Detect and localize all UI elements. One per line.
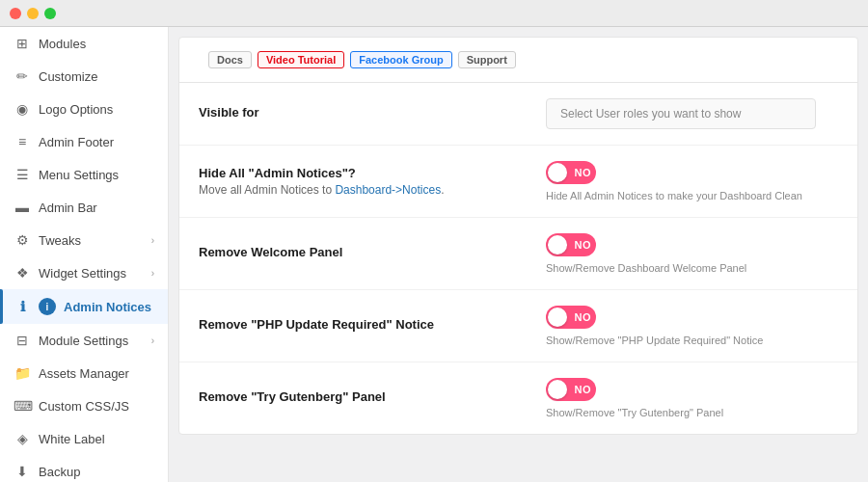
sidebar-item-modules[interactable]: ⊞Modules (0, 27, 168, 60)
admin-notices-icon: ℹ (14, 299, 31, 314)
settings-header: DocsVideo TutorialFacebook GroupSupport (179, 38, 857, 83)
row-remove-welcome-panel: Remove Welcome PanelNOShow/Remove Dashbo… (179, 218, 857, 290)
sidebar-item-custom-css-js[interactable]: ⌨Custom CSS/JS (0, 389, 168, 422)
row-desc-link-hide-admin-notices[interactable]: Dashboard->Notices (335, 183, 441, 197)
row-label-remove-php-update: Remove "PHP Update Required" Notice (199, 317, 527, 335)
backup-icon: ⬇ (14, 464, 31, 479)
widget-settings-label: Widget Settings (39, 266, 126, 281)
row-label-remove-welcome-panel: Remove Welcome Panel (199, 245, 527, 262)
row-label-hide-admin-notices: Hide All "Admin Notices"?Move all Admin … (199, 166, 527, 197)
toggle-remove-php-update[interactable]: NO (546, 306, 596, 329)
module-settings-icon: ⊟ (14, 333, 31, 348)
sidebar-item-admin-bar[interactable]: ▬Admin Bar (0, 191, 168, 224)
control-desc-remove-try-gutenberg: Show/Remove "Try Gutenberg" Panel (546, 407, 723, 418)
toggle-label-remove-php-update: NO (575, 311, 592, 323)
toggle-track-remove-welcome-panel: NO (546, 233, 596, 256)
toggle-label-hide-admin-notices: NO (575, 167, 592, 178)
admin-bar-icon: ▬ (14, 200, 31, 215)
toggle-thumb-remove-welcome-panel (548, 235, 567, 254)
row-label-visible-for: Visible for (199, 105, 527, 122)
toggle-wrap-remove-php-update: NO (546, 306, 596, 329)
tweaks-arrow: › (151, 235, 154, 246)
toggle-wrap-hide-admin-notices: NO (546, 161, 596, 184)
control-desc-remove-php-update: Show/Remove "PHP Update Required" Notice (546, 335, 763, 346)
widget-settings-icon: ❖ (14, 265, 31, 281)
sidebar-item-tweaks[interactable]: ⚙Tweaks› (0, 224, 168, 256)
modules-icon: ⊞ (14, 36, 31, 51)
admin-footer-icon: ≡ (14, 134, 31, 149)
select-visible-for[interactable]: Select User roles you want to show (546, 98, 816, 129)
minimize-button[interactable] (27, 8, 39, 19)
module-settings-label: Module Settings (39, 334, 128, 348)
sidebar: ⊞Modules✏Customize◉Logo Options≡Admin Fo… (0, 27, 169, 482)
assets-manager-label: Assets Manager (39, 366, 129, 381)
row-control-visible-for: Select User roles you want to show (546, 98, 838, 129)
white-label-icon: ◈ (14, 431, 31, 446)
control-desc-remove-welcome-panel: Show/Remove Dashboard Welcome Panel (546, 262, 746, 274)
row-control-remove-welcome-panel: NOShow/Remove Dashboard Welcome Panel (546, 233, 838, 274)
badge-facebook[interactable]: Facebook Group (350, 51, 451, 68)
modules-label: Modules (39, 37, 86, 51)
assets-manager-icon: 📁 (14, 365, 31, 381)
toggle-thumb-remove-php-update (548, 308, 567, 327)
sidebar-item-admin-notices[interactable]: ℹiAdmin Notices (0, 289, 168, 324)
row-control-hide-admin-notices: NOHide All Admin Notices to make your Da… (546, 161, 838, 201)
row-title-remove-welcome-panel: Remove Welcome Panel (199, 245, 527, 259)
settings-rows: Visible forSelect User roles you want to… (179, 83, 857, 434)
toggle-hide-admin-notices[interactable]: NO (546, 161, 596, 184)
toggle-label-remove-welcome-panel: NO (575, 239, 592, 251)
row-visible-for: Visible forSelect User roles you want to… (179, 83, 857, 146)
admin-notices-label: Admin Notices (64, 300, 151, 314)
sidebar-item-customize[interactable]: ✏Customize (0, 60, 168, 93)
customize-icon: ✏ (14, 68, 31, 84)
main-content: DocsVideo TutorialFacebook GroupSupport … (169, 27, 868, 482)
admin-footer-label: Admin Footer (39, 135, 114, 149)
close-button[interactable] (10, 8, 21, 19)
widget-settings-arrow: › (151, 268, 154, 279)
sidebar-item-backup[interactable]: ⬇Backup (0, 455, 168, 482)
sidebar-item-logo-options[interactable]: ◉Logo Options (0, 93, 168, 125)
row-title-hide-admin-notices: Hide All "Admin Notices"? (199, 166, 527, 180)
sidebar-item-white-label[interactable]: ◈White Label (0, 422, 168, 455)
titlebar (0, 0, 868, 27)
toggle-track-hide-admin-notices: NO (546, 161, 596, 184)
row-title-remove-php-update: Remove "PHP Update Required" Notice (199, 317, 527, 332)
row-control-remove-php-update: NOShow/Remove "PHP Update Required" Noti… (546, 306, 838, 346)
toggle-label-remove-try-gutenberg: NO (575, 384, 592, 395)
custom-css-js-label: Custom CSS/JS (39, 399, 129, 414)
white-label-label: White Label (39, 432, 105, 446)
toggle-remove-try-gutenberg[interactable]: NO (546, 378, 596, 401)
row-control-remove-try-gutenberg: NOShow/Remove "Try Gutenberg" Panel (546, 378, 838, 418)
row-label-remove-try-gutenberg: Remove "Try Gutenberg" Panel (199, 389, 527, 407)
toggle-wrap-remove-welcome-panel: NO (546, 233, 596, 256)
logo-options-icon: ◉ (14, 101, 31, 117)
admin-notices-badge: i (39, 298, 56, 315)
row-title-remove-try-gutenberg: Remove "Try Gutenberg" Panel (199, 389, 527, 404)
sidebar-item-assets-manager[interactable]: 📁Assets Manager (0, 357, 168, 389)
toggle-thumb-remove-try-gutenberg (548, 380, 567, 399)
app-container: ⊞Modules✏Customize◉Logo Options≡Admin Fo… (0, 27, 868, 482)
row-desc-hide-admin-notices: Move all Admin Notices to Dashboard->Not… (199, 183, 527, 197)
badge-docs[interactable]: Docs (208, 51, 252, 68)
maximize-button[interactable] (44, 8, 56, 19)
sidebar-item-widget-settings[interactable]: ❖Widget Settings› (0, 256, 168, 289)
toggle-thumb-hide-admin-notices (548, 163, 567, 182)
customize-label: Customize (39, 69, 97, 84)
admin-bar-label: Admin Bar (39, 201, 97, 215)
toggle-track-remove-try-gutenberg: NO (546, 378, 596, 401)
menu-settings-label: Menu Settings (39, 168, 119, 182)
tweaks-label: Tweaks (39, 233, 81, 248)
menu-settings-icon: ☰ (14, 167, 31, 182)
tweaks-icon: ⚙ (14, 232, 31, 248)
toggle-wrap-remove-try-gutenberg: NO (546, 378, 596, 401)
row-hide-admin-notices: Hide All "Admin Notices"?Move all Admin … (179, 146, 857, 218)
badge-support[interactable]: Support (458, 51, 516, 68)
sidebar-item-menu-settings[interactable]: ☰Menu Settings (0, 158, 168, 191)
sidebar-item-admin-footer[interactable]: ≡Admin Footer (0, 125, 168, 158)
control-desc-hide-admin-notices: Hide All Admin Notices to make your Dash… (546, 190, 802, 201)
sidebar-item-module-settings[interactable]: ⊟Module Settings› (0, 324, 168, 357)
row-remove-php-update: Remove "PHP Update Required" NoticeNOSho… (179, 290, 857, 362)
toggle-remove-welcome-panel[interactable]: NO (546, 233, 596, 256)
badge-video[interactable]: Video Tutorial (258, 51, 344, 68)
toggle-track-remove-php-update: NO (546, 306, 596, 329)
